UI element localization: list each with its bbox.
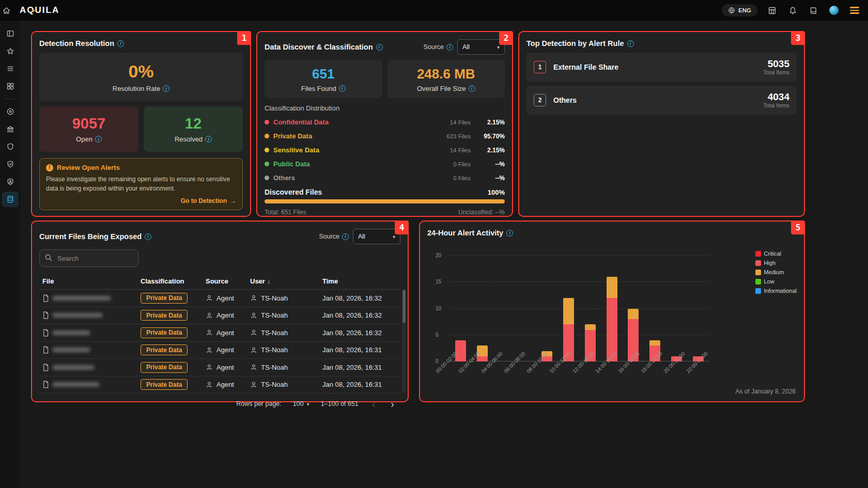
caret-down-icon: ▾	[307, 401, 309, 407]
classification-list: Confidential Data14 Files2.15%Private Da…	[265, 115, 505, 185]
legend-item: High	[755, 260, 797, 266]
search-input[interactable]	[39, 249, 138, 267]
sidebar-item-organization[interactable]	[2, 121, 19, 137]
source-select-value: All	[358, 233, 365, 240]
classification-badge: Private Data	[141, 379, 188, 390]
class-name: Confidential Data	[273, 118, 450, 126]
table-row[interactable]: Private DataAgentTS-NoahJan 08, 2026, 16…	[39, 376, 400, 394]
rows-per-page-select[interactable]: 100▾	[293, 400, 309, 407]
docs-book-icon[interactable]	[807, 4, 819, 17]
alert-rule-row[interactable]: 2Others4034Total Items	[526, 86, 797, 115]
rank-badge: 2	[534, 94, 546, 106]
info-icon[interactable]: i	[376, 44, 383, 51]
resolved-count: 12	[185, 115, 202, 132]
home-icon[interactable]	[0, 4, 12, 17]
info-icon[interactable]: i	[145, 233, 151, 240]
panel-data-discover: 2 Data Discover & Classificationi Source…	[256, 31, 513, 217]
info-icon[interactable]: i	[446, 44, 453, 51]
info-icon[interactable]: i	[205, 136, 212, 143]
info-icon[interactable]: i	[339, 85, 346, 92]
classification-row: Others0 Files--%	[265, 171, 505, 185]
class-percentage: 95.70%	[478, 133, 505, 140]
panel-title: 24-Hour Alert Activity	[427, 229, 503, 237]
table-scrollbar	[402, 290, 406, 393]
prev-page-button[interactable]: ‹	[370, 399, 378, 409]
sidebar-item-compliance[interactable]	[2, 156, 19, 172]
table-row[interactable]: Private DataAgentTS-NoahJan 08, 2026, 16…	[39, 324, 400, 342]
file-icon	[42, 311, 49, 319]
x-axis-label: 08:00-10:00	[526, 351, 550, 374]
user-icon	[250, 294, 257, 302]
info-icon[interactable]: i	[506, 230, 513, 237]
user-value: TS-Noah	[261, 346, 288, 354]
info-icon[interactable]: i	[95, 136, 102, 143]
apps-grid-icon[interactable]	[766, 4, 778, 17]
resolution-rate-card: 0% Resolution Ratei	[39, 53, 243, 101]
table-row[interactable]: Private DataAgentTS-NoahJan 08, 2026, 16…	[39, 307, 400, 325]
chart-footnote: As of January 8, 2026	[735, 388, 796, 395]
chart-bars	[450, 256, 709, 361]
sidebar-item-discovery[interactable]	[2, 104, 19, 119]
alert-rule-sub: Total Items	[763, 69, 789, 75]
file-icon	[42, 329, 49, 337]
alert-rule-row[interactable]: 1External File Share5035Total Items	[526, 53, 797, 82]
legend-label: Informational	[764, 288, 797, 294]
source-value: Agent	[216, 329, 234, 337]
scrollbar-thumb[interactable]	[402, 290, 406, 323]
sidebar-item-panels[interactable]	[2, 26, 19, 41]
table-row[interactable]: Private DataAgentTS-NoahJan 08, 2026, 16…	[39, 342, 400, 359]
language-selector[interactable]: ENG	[722, 4, 757, 17]
sidebar-item-dashboard[interactable]	[2, 78, 19, 94]
file-icon	[42, 294, 49, 302]
resolved-label: Resolved	[175, 135, 203, 143]
legend-item: Low	[755, 278, 797, 285]
source-filter-label: Source	[319, 233, 339, 240]
annotation-badge-4: 4	[395, 221, 409, 234]
sidebar-item-list[interactable]	[2, 61, 19, 76]
source-value: Agent	[216, 364, 234, 371]
next-page-button[interactable]: ›	[389, 399, 396, 409]
info-icon[interactable]: i	[117, 40, 124, 47]
sidebar-item-favorites[interactable]	[2, 43, 19, 59]
source-select[interactable]: All ▾	[353, 229, 400, 244]
table-row[interactable]: Private DataAgentTS-NoahJan 08, 2026, 16…	[39, 359, 400, 376]
table-header: File Classification Source User↓ Time	[39, 273, 400, 290]
classification-row: Sensitive Data14 Files2.15%	[265, 143, 505, 157]
notifications-bell-icon[interactable]	[786, 4, 799, 17]
class-percentage: --%	[478, 161, 505, 168]
sidebar-item-identity[interactable]	[2, 174, 19, 190]
sidebar-item-protection[interactable]	[2, 139, 19, 154]
sort-desc-icon[interactable]: ↓	[267, 278, 270, 285]
user-icon	[250, 329, 257, 336]
go-to-detection-link[interactable]: Go to Detection→	[46, 197, 236, 204]
info-icon[interactable]: i	[163, 85, 169, 92]
source-select[interactable]: All ▾	[457, 39, 505, 55]
classification-badge: Private Data	[141, 293, 188, 304]
bar-column	[687, 256, 709, 361]
alert-rule-sub: Total Items	[763, 102, 789, 108]
class-name: Private Data	[273, 132, 446, 140]
source-value: Agent	[216, 346, 234, 354]
caret-down-icon: ▾	[497, 44, 500, 50]
panel-title: Data Discover & Classification	[265, 43, 373, 51]
class-file-count: 14 Files	[450, 119, 471, 125]
info-icon[interactable]: i	[469, 85, 475, 92]
info-icon[interactable]: i	[342, 233, 349, 240]
bar-column	[623, 256, 644, 361]
world-sphere-icon[interactable]	[828, 4, 840, 17]
files-found-card: 651 Files Foundi	[265, 60, 382, 98]
classification-row: Confidential Data14 Files2.15%	[265, 115, 505, 129]
hamburger-menu-icon[interactable]	[848, 4, 861, 17]
user-value: TS-Noah	[261, 329, 288, 337]
legend-swatch	[755, 279, 761, 285]
file-name-redacted	[53, 296, 111, 301]
arrow-right-icon: →	[230, 197, 236, 204]
info-icon[interactable]: i	[627, 40, 634, 47]
legend-label: Low	[764, 278, 774, 285]
sidebar-divider	[5, 99, 16, 99]
sidebar-item-data-active[interactable]	[2, 192, 19, 207]
user-value: TS-Noah	[261, 294, 288, 302]
chart-plot: 05101520	[450, 256, 709, 361]
table-row[interactable]: Private DataAgentTS-NoahJan 08, 2026, 16…	[39, 290, 400, 307]
stacked-bar	[520, 256, 531, 361]
